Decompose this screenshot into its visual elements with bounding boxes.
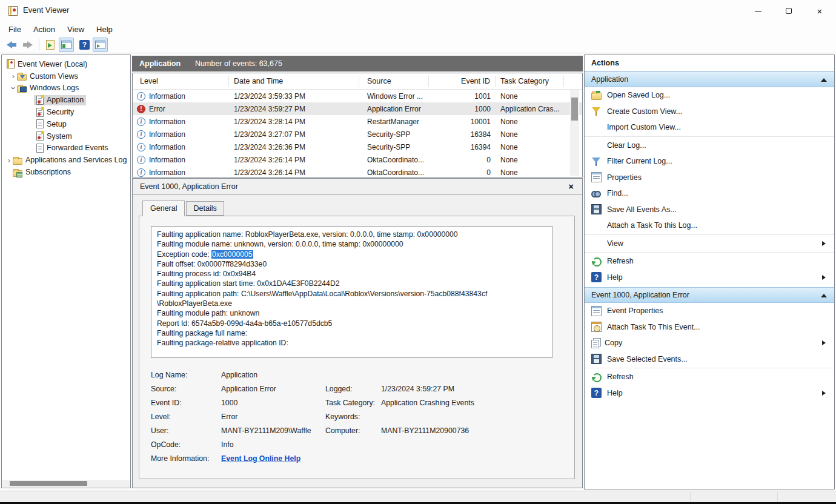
action-help[interactable]: ?Help (585, 270, 834, 286)
action-filter-current-log[interactable]: Filter Current Log... (585, 153, 834, 170)
tree-item-setup[interactable]: Setup (2, 118, 130, 130)
action-create-custom-view[interactable]: Create Custom View... (585, 104, 834, 120)
filter-yellow-icon (591, 106, 602, 116)
action-attach-task-to-log[interactable]: Attach a Task To this Log... (585, 217, 834, 234)
source-cell: Security-SPP (359, 143, 429, 151)
source-cell: OktaCoordinato... (359, 168, 429, 177)
column-header-level[interactable]: Level (133, 76, 229, 87)
back-button[interactable] (4, 38, 19, 52)
event-row[interactable]: iInformation 1/23/2024 3:27:07 PM Securi… (133, 128, 582, 141)
tree-item-applications-and-services[interactable]: › Applications and Services Log (2, 154, 130, 166)
tree-item-forwarded-events[interactable]: Forwarded Events (2, 142, 130, 154)
action-label: Filter Current Log... (607, 157, 672, 165)
action-refresh-event[interactable]: Refresh (585, 369, 834, 385)
event-log-online-help-link[interactable]: Event Log Online Help (221, 454, 325, 463)
event-row[interactable]: iInformation 1/23/2024 3:59:33 PM Window… (133, 90, 582, 102)
menu-file[interactable]: File (2, 23, 27, 36)
tree-item-security[interactable]: Security (2, 106, 130, 118)
chevron-right-icon[interactable]: › (10, 71, 17, 81)
field-value: Application Error (221, 385, 325, 393)
event-row[interactable]: iInformation 1/23/2024 3:28:14 PM Restar… (133, 115, 582, 128)
action-import-custom-view[interactable]: Import Custom View... (585, 119, 834, 136)
action-copy[interactable]: Copy (585, 335, 834, 351)
action-properties[interactable]: Properties (585, 170, 834, 186)
column-header-source[interactable]: Source (359, 76, 429, 87)
action-label: Attach Task To This Event... (607, 323, 700, 331)
detail-close-icon[interactable]: × (568, 181, 574, 191)
field-label: Task Category: (325, 399, 381, 407)
close-button[interactable]: × (806, 0, 834, 22)
field-value: MANT-BY2111M209\Waffle (221, 426, 325, 435)
forward-button[interactable] (20, 38, 35, 52)
event-row[interactable]: iInformation 1/23/2024 3:26:14 PM OktaCo… (133, 166, 582, 177)
menu-view[interactable]: View (61, 23, 90, 36)
tree-item-label: Applications and Services Log (25, 156, 127, 164)
actions-section-application[interactable]: Application (585, 71, 834, 87)
event-row-selected[interactable]: !Error 1/23/2024 3:59:27 PM Application … (133, 102, 582, 115)
submenu-arrow-icon (822, 241, 826, 246)
show-console-tree-button[interactable] (59, 38, 74, 52)
tree-item-subscriptions[interactable]: Subscriptions (2, 166, 130, 178)
save-icon (591, 204, 602, 214)
event-list-scrollbar-thumb[interactable] (571, 98, 578, 121)
properties-icon (591, 172, 602, 182)
action-event-properties[interactable]: Event Properties (585, 303, 834, 319)
level-cell: Information (149, 118, 185, 126)
action-label: Help (607, 273, 623, 282)
field-label: User: (151, 426, 221, 435)
event-list-scrollbar[interactable] (570, 90, 579, 176)
submenu-arrow-icon (822, 340, 826, 345)
tree-item-label: Security (47, 108, 74, 116)
tree-item-windows-logs[interactable]: › Windows Logs (2, 82, 130, 94)
tab-details[interactable]: Details (186, 201, 224, 216)
log-name: Application (139, 59, 181, 68)
blank-icon (591, 122, 602, 133)
section-header-label: Event 1000, Application Error (591, 291, 689, 299)
action-help-event[interactable]: ?Help (585, 385, 834, 402)
column-header-task-category[interactable]: Task Category (496, 76, 564, 87)
collapse-arrow-icon[interactable] (821, 294, 827, 297)
event-description-box[interactable]: Faulting application name: RobloxPlayerB… (151, 226, 552, 358)
action-clear-log[interactable]: Clear Log... (585, 138, 834, 154)
field-value: Info (221, 440, 325, 449)
chevron-right-icon[interactable]: › (5, 156, 13, 165)
forward-arrow-icon (22, 41, 34, 48)
error-icon: ! (137, 105, 145, 113)
date-cell: 1/23/2024 3:26:14 PM (229, 156, 359, 164)
column-header-date[interactable]: Date and Time (229, 76, 359, 87)
tree-scrollbar-thumb[interactable] (10, 481, 87, 486)
help-icon: ? (591, 272, 602, 282)
action-find[interactable]: Find... (585, 185, 834, 202)
action-attach-task-to-event[interactable]: Attach Task To This Event... (585, 319, 834, 336)
tab-general[interactable]: General (142, 201, 185, 216)
minimize-icon (755, 11, 761, 12)
minimize-button[interactable] (744, 0, 772, 22)
event-row[interactable]: iInformation 1/23/2024 3:26:14 PM OktaCo… (133, 153, 582, 166)
tree-item-application[interactable]: Application (2, 94, 130, 106)
tree-item-system[interactable]: System (2, 130, 130, 142)
custom-views-folder-icon (17, 74, 27, 81)
column-header-event-id[interactable]: Event ID (429, 76, 496, 87)
action-save-selected-events[interactable]: Save Selected Events... (585, 351, 834, 368)
action-open-saved-log[interactable]: Open Saved Log... (585, 87, 834, 104)
action-save-all-events-as[interactable]: Save All Events As... (585, 202, 834, 218)
event-row[interactable]: iInformation 1/23/2024 3:26:36 PM Securi… (133, 141, 582, 153)
action-view[interactable]: View (585, 236, 834, 252)
show-action-pane-button[interactable] (93, 38, 108, 52)
open-saved-log-button[interactable] (42, 38, 58, 52)
collapse-arrow-icon[interactable] (821, 78, 827, 82)
tree-item-event-viewer-local[interactable]: Event Viewer (Local) (2, 58, 130, 70)
event-detail-title: Event 1000, Application Error (140, 182, 238, 191)
tree-horizontal-scrollbar[interactable] (2, 480, 130, 487)
menu-help[interactable]: Help (90, 23, 119, 36)
actions-section-event-1000[interactable]: Event 1000, Application Error (585, 287, 834, 303)
action-refresh[interactable]: Refresh (585, 253, 834, 270)
maximize-button[interactable] (775, 0, 803, 22)
menu-action[interactable]: Action (27, 23, 61, 36)
event-metadata-grid: Log Name:Application Source:Application … (151, 368, 567, 465)
help-toolbar-button[interactable]: ? (77, 38, 92, 52)
system-log-icon (36, 131, 44, 141)
tree-item-custom-views[interactable]: › Custom Views (2, 70, 130, 82)
event-list: Level Date and Time Source Event ID Task… (132, 73, 583, 177)
event-viewer-window: Event Viewer × File Action View Help ? E… (0, 0, 836, 504)
